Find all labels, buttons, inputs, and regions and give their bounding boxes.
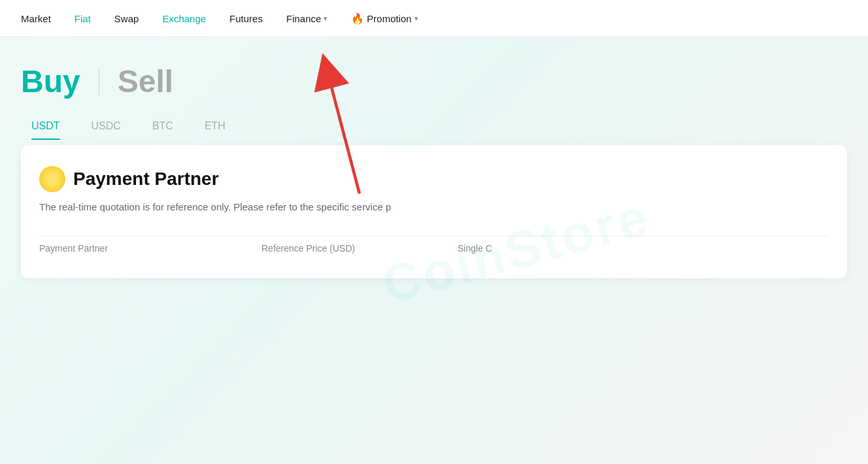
nav-fiat[interactable]: Fiat bbox=[75, 10, 91, 27]
navbar: Market Fiat Swap Exchange Futures Financ… bbox=[0, 0, 868, 37]
payment-title: Payment Partner bbox=[73, 169, 219, 190]
nav-finance-label: Finance bbox=[286, 13, 321, 24]
payment-description: The real-time quotation is for reference… bbox=[39, 200, 829, 215]
coin-icon bbox=[39, 166, 65, 192]
nav-market-label: Market bbox=[21, 13, 51, 24]
tab-eth[interactable]: ETH bbox=[205, 120, 225, 140]
tab-usdt[interactable]: USDT bbox=[31, 120, 60, 140]
nav-finance[interactable]: Finance ▾ bbox=[286, 10, 327, 27]
col-reference-price: Reference Price (USD) bbox=[261, 243, 458, 254]
buy-sell-tabs: Buy Sell bbox=[21, 63, 847, 99]
nav-market[interactable]: Market bbox=[21, 10, 51, 27]
nav-exchange-label: Exchange bbox=[162, 13, 206, 24]
sell-tab[interactable]: Sell bbox=[118, 63, 173, 99]
nav-promotion-label: Promotion bbox=[367, 13, 411, 24]
nav-futures-label: Futures bbox=[229, 13, 263, 24]
col-payment-partner: Payment Partner bbox=[39, 243, 261, 254]
nav-swap[interactable]: Swap bbox=[114, 10, 139, 27]
tab-usdc[interactable]: USDC bbox=[92, 120, 121, 140]
content-card: Payment Partner The real-time quotation … bbox=[21, 145, 847, 278]
payment-header: Payment Partner bbox=[39, 166, 829, 192]
nav-swap-label: Swap bbox=[114, 13, 139, 24]
chevron-down-icon: ▾ bbox=[324, 14, 327, 23]
nav-fiat-label: Fiat bbox=[75, 13, 91, 24]
main-content: CoinStore Buy Sell USDT USDC BTC ETH Pay… bbox=[0, 37, 868, 464]
nav-futures[interactable]: Futures bbox=[229, 10, 263, 27]
currency-tabs: USDT USDC BTC ETH bbox=[21, 120, 847, 140]
col-single-c: Single C bbox=[458, 243, 829, 254]
fire-icon: 🔥 bbox=[351, 12, 364, 25]
chevron-down-icon-promotion: ▾ bbox=[414, 14, 418, 23]
table-header: Payment Partner Reference Price (USD) Si… bbox=[39, 236, 829, 260]
nav-exchange[interactable]: Exchange bbox=[162, 10, 206, 27]
buy-tab[interactable]: Buy bbox=[21, 63, 80, 99]
tab-divider bbox=[99, 69, 99, 95]
tab-btc[interactable]: BTC bbox=[152, 120, 173, 140]
nav-promotion[interactable]: 🔥 Promotion ▾ bbox=[351, 10, 418, 27]
